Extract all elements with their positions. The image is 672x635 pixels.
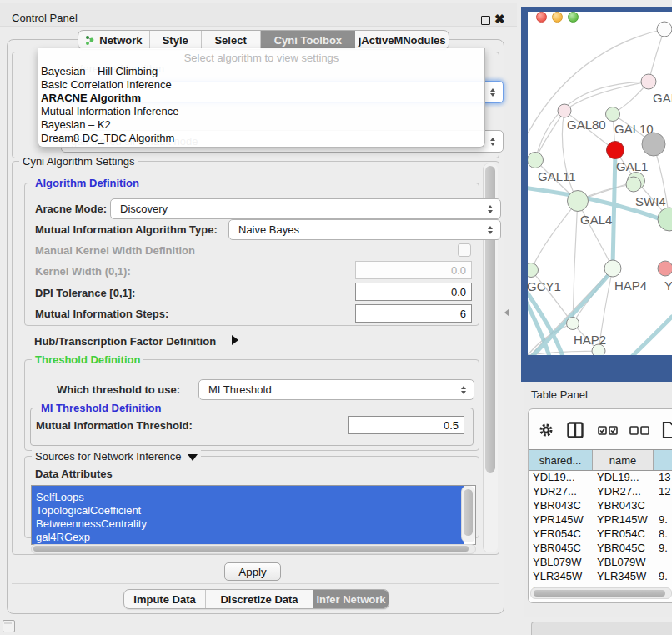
attribute-item[interactable]: TopologicalCoefficient — [32, 504, 464, 518]
float-window-icon[interactable] — [481, 16, 490, 25]
attribute-list-scrollbar[interactable] — [461, 486, 475, 542]
tab-select[interactable]: Select — [202, 31, 261, 49]
node-label: HAP4 — [614, 278, 647, 292]
settings-horizontal-scrollbar-thumb[interactable] — [33, 546, 469, 552]
expander-arrow-right-icon[interactable] — [232, 335, 238, 345]
column-header-shared-name[interactable]: shared... — [529, 450, 593, 470]
algorithm-option[interactable]: Bayesian – K2 — [41, 118, 474, 132]
attribute-item[interactable]: gal4RGexp — [32, 531, 464, 544]
combo-arrows-icon — [461, 386, 466, 394]
node-hap4[interactable] — [604, 260, 621, 277]
node-gal80[interactable] — [558, 104, 571, 118]
table-row[interactable]: YDR27...YDR27...12 — [529, 484, 672, 498]
network-graph[interactable] — [528, 12, 672, 355]
table-row[interactable]: YBR043CYBR043C — [529, 498, 672, 512]
minimized-panel-icon[interactable] — [3, 620, 15, 632]
algorithm-option[interactable]: Mutual Information Inference — [41, 105, 474, 118]
node-label: HAP2 — [574, 332, 606, 347]
table-row[interactable]: YPR145WYPR145W9. — [529, 512, 672, 527]
which-threshold-combo[interactable]: MI Threshold — [198, 379, 474, 400]
cell-shared: YLR345W — [533, 569, 582, 583]
expander-arrow-down-icon[interactable] — [188, 454, 198, 461]
node-red[interactable] — [607, 142, 624, 159]
close-icon[interactable]: ✖ — [494, 12, 505, 27]
node-gray[interactable] — [642, 132, 665, 156]
node-salmon[interactable] — [658, 261, 672, 276]
cell-extra: 8. — [659, 527, 668, 541]
which-threshold-label: Which threshold to use: — [57, 383, 180, 396]
mi-steps-label: Mutual Information Steps: — [35, 308, 168, 320]
tab-style-label: Style — [163, 34, 188, 47]
table-horizontal-scrollbar[interactable] — [530, 588, 672, 599]
algorithm-definition-group: Algorithm Definition Aracne Mode: Discov… — [24, 182, 479, 326]
tab-discretize-data[interactable]: Discretize Data — [206, 590, 313, 608]
hide-columns-icon[interactable] — [629, 426, 649, 435]
data-attributes-list[interactable]: SelfLoops TopologicalCoefficient Between… — [31, 485, 476, 545]
node-right-big[interactable] — [658, 208, 672, 231]
node-label: GAL11 — [538, 169, 576, 183]
table-row[interactable]: YER054CYER054C8. — [529, 527, 672, 541]
cell-name: YBR043C — [597, 498, 645, 512]
node-gal4[interactable] — [568, 191, 589, 212]
node-top-right[interactable] — [657, 22, 672, 37]
tab-infer-network[interactable]: Infer Network — [313, 590, 389, 608]
table-row[interactable]: YDL19...YDL19...13 — [529, 470, 672, 484]
aracne-mode-value: Discovery — [120, 202, 168, 215]
cell-shared: YER054C — [533, 527, 581, 541]
split-columns-icon[interactable] — [567, 422, 584, 438]
tab-style[interactable]: Style — [150, 31, 202, 49]
table-row[interactable]: YBL079WYBL079W — [529, 555, 672, 569]
tab-jactivemnodules[interactable]: jActiveMNodules — [355, 31, 449, 49]
cell-name: YBL079W — [597, 555, 646, 569]
attribute-item[interactable]: BetweennessCentrality — [32, 518, 464, 531]
attribute-item[interactable]: SelfLoops — [32, 491, 464, 504]
mi-threshold-field[interactable] — [348, 416, 464, 434]
threshold-definition-title: Threshold Definition — [32, 353, 143, 366]
mi-type-combo[interactable]: Naive Bayes — [228, 219, 501, 240]
cell-name: YDL19... — [597, 470, 639, 484]
attribute-item-clipped[interactable] — [32, 485, 464, 491]
splitter-collapse-arrow[interactable] — [504, 308, 509, 317]
node-gcy1[interactable] — [528, 263, 539, 278]
node-swi4[interactable] — [626, 177, 641, 192]
node-label: Y — [664, 278, 672, 292]
kernel-width-field[interactable] — [355, 261, 472, 279]
algorithm-option[interactable]: Bayesian – Hill Climbing — [41, 65, 474, 78]
table-row[interactable]: YBR045CYBR045C9. — [529, 541, 672, 555]
aracne-mode-combo[interactable]: Discovery — [110, 198, 501, 219]
network-nodes[interactable] — [528, 22, 672, 355]
cell-extra: 9. — [659, 512, 668, 527]
node-pink-top[interactable] — [641, 74, 656, 89]
table-row[interactable]: YLR345WYLR345W9. — [529, 569, 672, 583]
sources-title-text: Sources for Network Inference — [35, 450, 182, 462]
tab-infer-network-label: Infer Network — [316, 593, 385, 606]
tab-cyni-toolbox[interactable]: Cyni Toolbox — [261, 31, 356, 49]
mi-threshold-group: MI Threshold Definition Mutual Informati… — [30, 408, 474, 446]
column-header-clipped[interactable] — [654, 450, 672, 470]
sources-group-title[interactable]: Sources for Network Inference — [32, 450, 201, 462]
algorithm-option[interactable]: Dream8 DC_TDC Algorithm — [41, 132, 474, 145]
dpi-tolerance-field[interactable] — [355, 282, 472, 301]
mi-steps-field[interactable] — [355, 304, 472, 322]
node-gal10[interactable] — [606, 108, 620, 122]
cell-name: YBR045C — [597, 541, 645, 555]
export-table-icon[interactable] — [662, 421, 672, 439]
settings-horizontal-scrollbar[interactable] — [31, 544, 476, 554]
column-header-name[interactable]: name — [593, 450, 654, 470]
cell-name: YER054C — [597, 527, 645, 541]
manual-kernel-checkbox[interactable] — [458, 243, 471, 257]
tab-impute-data[interactable]: Impute Data — [124, 590, 206, 608]
apply-button[interactable]: Apply — [224, 562, 281, 581]
tab-network[interactable]: Network — [78, 31, 150, 49]
node-hap2[interactable] — [567, 318, 579, 330]
algorithm-option[interactable]: Basic Correlation Inference — [41, 78, 474, 92]
node-label: GAL — [653, 91, 672, 105]
cell-name: YLR345W — [597, 569, 646, 583]
hub-definition-expander-label[interactable]: Hub/Transcription Factor Definition — [34, 335, 216, 348]
algorithm-option-selected[interactable]: ARACNE Algorithm — [41, 92, 474, 105]
gear-icon[interactable] — [539, 422, 554, 438]
show-columns-icon[interactable] — [598, 426, 618, 435]
attribute-list-scrollbar-thumb[interactable] — [464, 489, 473, 536]
node-gal11[interactable] — [528, 152, 544, 168]
table-horizontal-scrollbar-thumb[interactable] — [534, 590, 665, 597]
